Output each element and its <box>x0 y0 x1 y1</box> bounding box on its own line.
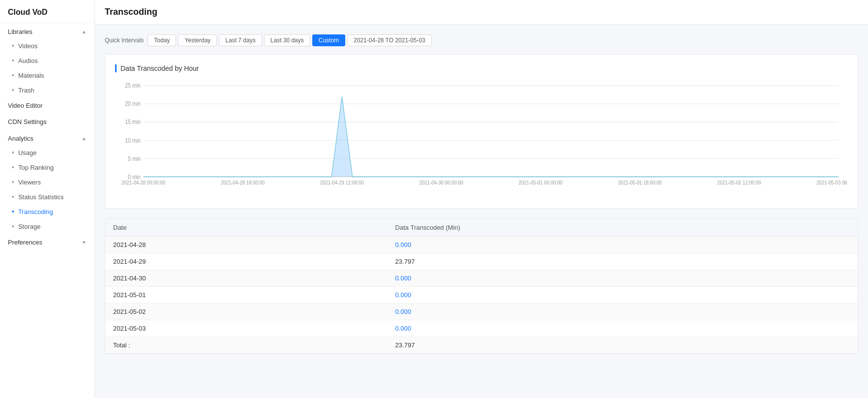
table-row: 2021-04-300.000 <box>105 270 858 287</box>
table-row: 2021-04-280.000 <box>105 237 858 253</box>
page-header: Transcoding <box>95 0 868 25</box>
svg-text:15 min: 15 min <box>125 119 141 125</box>
svg-text:2021-05-03 06:00:00: 2021-05-03 06:00:00 <box>816 180 848 185</box>
intervals-bar: Quick Intervals TodayYesterdayLast 7 day… <box>105 34 858 46</box>
cell-value: 23.797 <box>388 253 858 270</box>
cell-value: 0.000 <box>388 270 858 287</box>
total-value: 23.797 <box>388 337 858 354</box>
preferences-label: Preferences <box>8 239 42 246</box>
libraries-section[interactable]: Libraries ▲ <box>0 23 94 38</box>
interval-btn-last7[interactable]: Last 7 days <box>219 34 262 46</box>
table-row: 2021-05-020.000 <box>105 304 858 320</box>
cell-value: 0.000 <box>388 237 858 253</box>
table-card: Date Data Transcoded (Min) 2021-04-280.0… <box>105 218 858 354</box>
sidebar-item-usage[interactable]: Usage <box>0 145 94 160</box>
main-content: Transcoding Quick Intervals TodayYesterd… <box>95 0 868 398</box>
col-date: Date <box>105 219 388 237</box>
svg-text:2021-04-28 00:00:00: 2021-04-28 00:00:00 <box>121 180 165 185</box>
cell-value: 0.000 <box>388 304 858 320</box>
cell-date: 2021-05-03 <box>105 320 388 337</box>
content-area: Quick Intervals TodayYesterdayLast 7 day… <box>95 25 868 398</box>
sidebar-item-top-ranking[interactable]: Top Ranking <box>0 160 94 175</box>
svg-text:2021-05-02 12:00:00: 2021-05-02 12:00:00 <box>717 180 761 185</box>
analytics-label: Analytics <box>8 135 33 142</box>
page-title: Transcoding <box>105 7 858 17</box>
sidebar-item-audios[interactable]: Audios <box>0 53 94 68</box>
cell-date: 2021-04-28 <box>105 237 388 253</box>
interval-btn-last30[interactable]: Last 30 days <box>264 34 310 46</box>
sidebar-item-videos[interactable]: Videos <box>0 38 94 53</box>
cell-value: 0.000 <box>388 320 858 337</box>
cell-value: 0.000 <box>388 287 858 304</box>
svg-marker-21 <box>331 96 352 177</box>
total-label: Total : <box>105 337 388 354</box>
cell-date: 2021-04-30 <box>105 270 388 287</box>
interval-range: 2021-04-28 TO 2021-05-03 <box>347 34 432 46</box>
svg-text:0 min: 0 min <box>128 174 141 180</box>
sidebar-item-cdn-settings[interactable]: CDN Settings <box>0 114 94 130</box>
interval-buttons: TodayYesterdayLast 7 daysLast 30 daysCus… <box>148 34 345 46</box>
sidebar-item-storage[interactable]: Storage <box>0 219 94 234</box>
sidebar-item-viewers[interactable]: Viewers <box>0 175 94 189</box>
table-header-row: Date Data Transcoded (Min) <box>105 219 858 237</box>
interval-btn-custom[interactable]: Custom <box>312 34 345 46</box>
table-total-row: Total :23.797 <box>105 337 858 354</box>
app-title: Cloud VoD <box>0 0 94 23</box>
interval-btn-today[interactable]: Today <box>148 34 176 46</box>
sidebar-item-video-editor[interactable]: Video Editor <box>0 97 94 114</box>
libraries-label: Libraries <box>8 28 32 35</box>
sidebar-item-status-statistics[interactable]: Status Statistics <box>0 189 94 204</box>
svg-text:20 min: 20 min <box>125 101 141 107</box>
sidebar: Cloud VoD Libraries ▲ VideosAudiosMateri… <box>0 0 95 398</box>
analytics-section[interactable]: Analytics ▲ <box>0 130 94 145</box>
chart-svg: 0 min5 min10 min15 min20 min25 min2021-0… <box>115 80 848 198</box>
svg-text:2021-05-01 18:00:00: 2021-05-01 18:00:00 <box>618 180 661 185</box>
cell-date: 2021-04-29 <box>105 253 388 270</box>
libraries-items: VideosAudiosMaterialsTrash <box>0 38 94 97</box>
table-row: 2021-05-030.000 <box>105 320 858 337</box>
svg-text:2021-04-28 18:00:00: 2021-04-28 18:00:00 <box>221 180 265 185</box>
svg-text:5 min: 5 min <box>128 155 141 162</box>
sidebar-item-materials[interactable]: Materials <box>0 68 94 83</box>
svg-text:2021-05-01 00:00:00: 2021-05-01 00:00:00 <box>519 180 563 185</box>
cell-date: 2021-05-02 <box>105 304 388 320</box>
table-body: 2021-04-280.0002021-04-2923.7972021-04-3… <box>105 237 858 354</box>
analytics-items: UsageTop RankingViewersStatus Statistics… <box>0 145 94 234</box>
intervals-label: Quick Intervals <box>105 37 144 44</box>
analytics-chevron: ▲ <box>82 136 87 141</box>
interval-btn-yesterday[interactable]: Yesterday <box>178 34 217 46</box>
col-data: Data Transcoded (Min) <box>388 219 858 237</box>
preferences-section[interactable]: Preferences ▼ <box>0 234 94 249</box>
chart-card: Data Transcoded by Hour 0 min5 min10 min… <box>105 54 858 209</box>
svg-text:2021-04-30 06:00:00: 2021-04-30 06:00:00 <box>419 180 463 185</box>
libraries-chevron: ▲ <box>82 29 87 34</box>
svg-text:2021-04-29 12:00:00: 2021-04-29 12:00:00 <box>320 180 364 185</box>
table-row: 2021-05-010.000 <box>105 287 858 304</box>
svg-text:25 min: 25 min <box>125 83 141 89</box>
data-table: Date Data Transcoded (Min) 2021-04-280.0… <box>105 219 858 354</box>
preferences-chevron: ▼ <box>82 240 87 245</box>
chart-area: 0 min5 min10 min15 min20 min25 min2021-0… <box>115 80 848 198</box>
sidebar-item-transcoding[interactable]: Transcoding <box>0 204 94 219</box>
cell-date: 2021-05-01 <box>105 287 388 304</box>
chart-title: Data Transcoded by Hour <box>115 64 848 72</box>
table-row: 2021-04-2923.797 <box>105 253 858 270</box>
sidebar-item-trash[interactable]: Trash <box>0 83 94 97</box>
svg-text:10 min: 10 min <box>125 137 141 144</box>
